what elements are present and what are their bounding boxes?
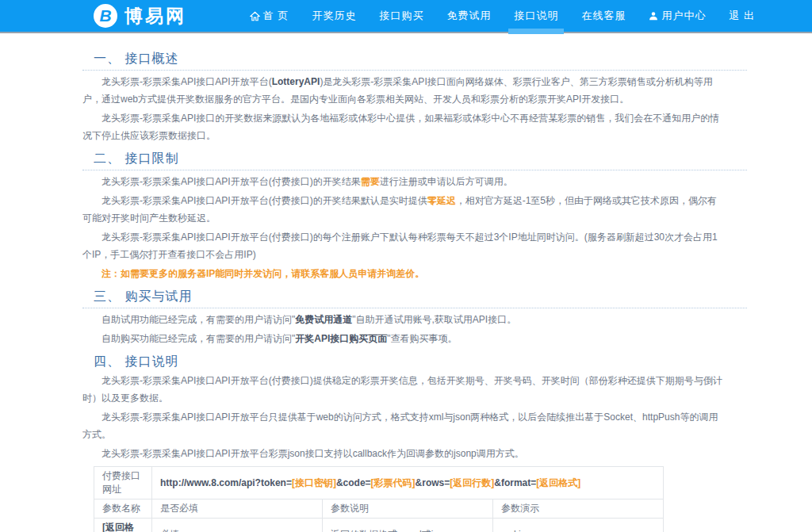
section-divider bbox=[82, 170, 747, 170]
nav-label: 开奖历史 bbox=[312, 9, 356, 23]
text-segment: 龙头彩票-彩票采集API接口API开放平台(付费接口)的开奖结果 bbox=[102, 176, 361, 187]
nav-item-api-purchase[interactable]: 接口购买 bbox=[379, 0, 423, 33]
section-heading: 二、 接口限制 bbox=[94, 151, 747, 167]
nav-item-home[interactable]: 首 页 bbox=[250, 0, 289, 33]
text-segment: 龙头彩票-彩票采集API接口API开放平台(付费接口)提供稳定的彩票开奖信息，包… bbox=[82, 375, 722, 404]
column-header-param-name: 参数名称 bbox=[94, 499, 152, 519]
user-icon bbox=[649, 11, 658, 21]
text-segment: "自助开通试用账号,获取试用API接口。 bbox=[352, 314, 516, 325]
section-heading: 四、 接口说明 bbox=[94, 354, 747, 370]
section-api-overview: 一、 接口概述 龙头彩票-彩票采集API接口API开放平台(LotteryAPI… bbox=[82, 51, 747, 144]
section-api-description: 四、 接口说明 龙头彩票-彩票采集API接口API开放平台(付费接口)提供稳定的… bbox=[82, 354, 747, 462]
text-segment: 需要 bbox=[361, 176, 380, 187]
nav-item-user-center[interactable]: 用户中心 bbox=[649, 0, 706, 33]
text-segment: 自助试用功能已经完成，有需要的用户请访问" bbox=[102, 314, 295, 325]
section-heading: 一、 接口概述 bbox=[94, 51, 747, 67]
text-segment: 龙头彩票-彩票采集API接口API开放平台( bbox=[102, 76, 272, 87]
text-segment: 开奖API接口购买页面 bbox=[295, 333, 387, 344]
text-segment: 龙头彩票-彩票采集API接口API开放平台(付费接口)的每个注册账户下默认每种彩… bbox=[82, 232, 718, 260]
nav-label: 在线客服 bbox=[581, 9, 626, 23]
paragraph: 龙头彩票-彩票采集API接口API开放平台(LotteryAPI)是龙头彩票-彩… bbox=[82, 73, 747, 108]
text-segment: &code= bbox=[336, 477, 371, 488]
paragraph: 龙头彩票-彩票采集API接口API开放平台彩票json接口支持以callback… bbox=[82, 445, 747, 462]
text-segment: &rows= bbox=[416, 477, 450, 488]
api-params-table: 付费接口网址 http://www.8.com/api?token=[接口密钥]… bbox=[94, 466, 664, 532]
table-cell-api-url: http://www.8.com/api?token=[接口密钥]&code=[… bbox=[152, 467, 664, 499]
column-header-description: 参数说明 bbox=[323, 499, 493, 519]
section-divider bbox=[82, 308, 747, 308]
main-nav: 首 页 开奖历史 接口购买 免费试用 接口说明 在线客服 用户中心 退 出 bbox=[250, 0, 755, 33]
nav-item-draw-history[interactable]: 开奖历史 bbox=[312, 0, 356, 33]
text-segment: &format= bbox=[494, 477, 536, 488]
site-name: 博易网 bbox=[124, 4, 186, 29]
nav-label: 接口说明 bbox=[514, 9, 558, 23]
paragraph: 龙头彩票-彩票采集API接口API开放平台只提供基于web的访问方式，格式支持x… bbox=[82, 408, 747, 443]
logo-b-icon: B bbox=[94, 4, 117, 28]
nav-label: 接口购买 bbox=[379, 9, 423, 23]
paragraph: 龙头彩票-彩票采集API接口API开放平台(付费接口)的开奖结果默认是实时提供零… bbox=[82, 192, 747, 227]
table-cell-description: 返回的数据格式，xml或json bbox=[323, 519, 493, 532]
paragraph: 龙头彩票-彩票采集API接口的开奖数据来源默认为各地福彩或体彩中心提供，如果福彩… bbox=[82, 109, 747, 144]
paragraph: 自助购买功能已经完成，有需要的用户请访问"开奖API接口购买页面"查看购买事项。 bbox=[82, 330, 747, 347]
table-cell-param-name: [返回格式] bbox=[94, 519, 152, 532]
text-segment: http://www.8.com/api?token= bbox=[160, 477, 292, 488]
paragraph: 龙头彩票-彩票采集API接口API开放平台(付费接口)的每个注册账户下默认每种彩… bbox=[82, 228, 747, 263]
text-segment: 免费试用通道 bbox=[295, 314, 352, 325]
nav-label: 用户中心 bbox=[661, 9, 706, 23]
text-segment: [返回格式] bbox=[536, 477, 580, 488]
text-segment: 龙头彩票-彩票采集API接口的开奖数据来源默认为各地福彩或体彩中心提供，如果福彩… bbox=[82, 113, 719, 141]
paragraph: 龙头彩票-彩票采集API接口API开放平台(付费接口)的开奖结果需要进行注册或申… bbox=[82, 173, 747, 190]
text-segment: 龙头彩票-彩票采集API接口API开放平台彩票json接口支持以callback… bbox=[102, 448, 524, 459]
table-cell-url-label: 付费接口网址 bbox=[94, 467, 152, 499]
nav-label: 首 页 bbox=[263, 9, 289, 23]
table-cell-required: 必填 bbox=[152, 519, 323, 532]
section-api-limits: 二、 接口限制 龙头彩票-彩票采集API接口API开放平台(付费接口)的开奖结果… bbox=[82, 151, 747, 282]
table-header-row: 参数名称 是否必填 参数说明 参数演示 bbox=[94, 499, 664, 519]
table-row-api-url: 付费接口网址 http://www.8.com/api?token=[接口密钥]… bbox=[94, 467, 664, 499]
nav-item-api-docs[interactable]: 接口说明 bbox=[514, 0, 558, 33]
section-purchase-trial: 三、 购买与试用 自助试用功能已经完成，有需要的用户请访问"免费试用通道"自助开… bbox=[82, 289, 747, 347]
section-heading: 三、 购买与试用 bbox=[94, 289, 747, 305]
column-header-demo: 参数演示 bbox=[493, 499, 664, 519]
nav-item-online-service[interactable]: 在线客服 bbox=[581, 0, 626, 33]
text-segment: [返回格式] bbox=[102, 522, 134, 532]
text-segment: LotteryAPI bbox=[272, 76, 320, 87]
active-tab-indicator bbox=[508, 29, 564, 34]
nav-label: 免费试用 bbox=[446, 9, 491, 23]
text-segment: 进行注册或申请以后方可调用。 bbox=[380, 176, 513, 187]
text-segment: 龙头彩票-彩票采集API接口API开放平台(付费接口)的开奖结果默认是实时提供 bbox=[102, 195, 427, 206]
paragraph: 龙头彩票-彩票采集API接口API开放平台(付费接口)提供稳定的彩票开奖信息，包… bbox=[82, 372, 747, 407]
text-segment: [彩票代码] bbox=[371, 477, 416, 488]
site-logo[interactable]: B 博易网 bbox=[94, 4, 186, 29]
nav-label: 退 出 bbox=[729, 9, 755, 23]
text-segment: [返回行数] bbox=[450, 477, 494, 488]
home-icon bbox=[250, 11, 260, 21]
top-nav-bar: B 博易网 首 页 开奖历史 接口购买 免费试用 接口说明 在线客服 bbox=[0, 0, 812, 33]
nav-item-logout[interactable]: 退 出 bbox=[729, 0, 755, 33]
paragraph: 自助试用功能已经完成，有需要的用户请访问"免费试用通道"自助开通试用账号,获取试… bbox=[82, 311, 747, 328]
note-paragraph: 注：如需要更多的服务器IP能同时并发访问，请联系客服人员申请并询差价。 bbox=[82, 265, 747, 282]
text-segment: "查看购买事项。 bbox=[387, 333, 457, 344]
text-segment: 自助购买功能已经完成，有需要的用户请访问" bbox=[102, 333, 295, 344]
section-divider bbox=[82, 70, 747, 71]
doc-content: 一、 接口概述 龙头彩票-彩票采集API接口API开放平台(LotteryAPI… bbox=[82, 33, 747, 532]
text-segment: 龙头彩票-彩票采集API接口API开放平台只提供基于web的访问方式，格式支持x… bbox=[82, 411, 718, 440]
text-segment: [接口密钥] bbox=[292, 477, 336, 488]
table-row-return-format: [返回格式] 必填 返回的数据格式，xml或json xml,json bbox=[94, 519, 664, 532]
text-segment: 零延迟 bbox=[427, 195, 456, 206]
nav-item-free-trial[interactable]: 免费试用 bbox=[446, 0, 491, 33]
table-cell-demo: xml,json bbox=[493, 519, 664, 532]
text-segment: 注：如需要更多的服务器IP能同时并发访问，请联系客服人员申请并询差价。 bbox=[102, 268, 424, 279]
column-header-required: 是否必填 bbox=[152, 499, 323, 519]
